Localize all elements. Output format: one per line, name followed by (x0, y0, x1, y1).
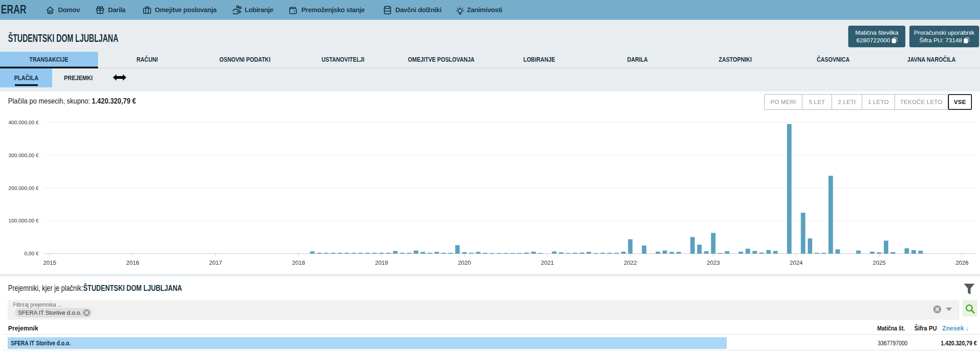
svg-text:2017: 2017 (209, 259, 222, 266)
svg-text:100.000,00 €: 100.000,00 € (9, 218, 39, 223)
svg-text:300.000,00 €: 300.000,00 € (9, 153, 39, 158)
svg-text:2023: 2023 (707, 259, 720, 266)
svg-text:2026: 2026 (956, 259, 969, 266)
svg-text:200.000,00 €: 200.000,00 € (9, 186, 39, 191)
svg-text:2015: 2015 (43, 259, 56, 266)
svg-text:2019: 2019 (375, 259, 388, 266)
svg-text:0,00 €: 0,00 € (24, 251, 39, 256)
svg-text:2018: 2018 (292, 259, 305, 266)
svg-text:2016: 2016 (126, 259, 139, 266)
svg-text:2020: 2020 (458, 259, 471, 266)
svg-text:400.000,00 €: 400.000,00 € (9, 120, 39, 125)
svg-text:2022: 2022 (624, 259, 637, 266)
svg-text:2024: 2024 (790, 259, 803, 266)
svg-text:2021: 2021 (541, 259, 554, 266)
svg-text:2025: 2025 (873, 259, 886, 266)
